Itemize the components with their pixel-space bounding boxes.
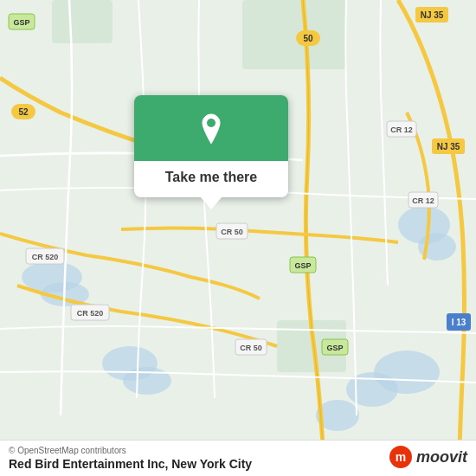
svg-point-5 bbox=[346, 372, 398, 407]
svg-text:CR 50: CR 50 bbox=[240, 344, 262, 352]
popup-header bbox=[134, 95, 288, 161]
svg-text:m: m bbox=[396, 450, 406, 464]
svg-text:GSP: GSP bbox=[326, 344, 343, 352]
svg-text:GSP: GSP bbox=[13, 18, 29, 27]
popup-card: Take me there bbox=[134, 95, 288, 197]
svg-text:50: 50 bbox=[303, 34, 313, 43]
moovit-bird-icon: m bbox=[389, 445, 413, 469]
map-roads: NJ 35 50 GSP 52 CR 12 NJ 35 CR 12 CR 50 … bbox=[0, 0, 476, 476]
svg-text:52: 52 bbox=[18, 107, 29, 117]
svg-text:NJ 35: NJ 35 bbox=[437, 142, 460, 151]
svg-text:CR 520: CR 520 bbox=[32, 253, 59, 261]
popup-pointer bbox=[201, 197, 222, 209]
svg-text:GSP: GSP bbox=[294, 261, 311, 270]
take-me-there-button[interactable]: Take me there bbox=[155, 161, 267, 197]
svg-text:CR 50: CR 50 bbox=[221, 228, 243, 236]
svg-rect-9 bbox=[242, 0, 346, 69]
svg-point-40 bbox=[207, 119, 215, 127]
svg-text:I 13: I 13 bbox=[452, 318, 466, 327]
location-pin-icon bbox=[192, 111, 230, 149]
moovit-logo: m moovit bbox=[389, 445, 467, 469]
svg-rect-11 bbox=[52, 0, 113, 43]
map-container: NJ 35 50 GSP 52 CR 12 NJ 35 CR 12 CR 50 … bbox=[0, 0, 476, 476]
svg-text:CR 12: CR 12 bbox=[390, 125, 413, 134]
moovit-brand-text: moovit bbox=[416, 448, 467, 466]
svg-text:NJ 35: NJ 35 bbox=[421, 10, 444, 20]
svg-point-8 bbox=[123, 367, 171, 395]
svg-text:CR 520: CR 520 bbox=[77, 309, 104, 318]
svg-text:CR 12: CR 12 bbox=[412, 196, 434, 205]
